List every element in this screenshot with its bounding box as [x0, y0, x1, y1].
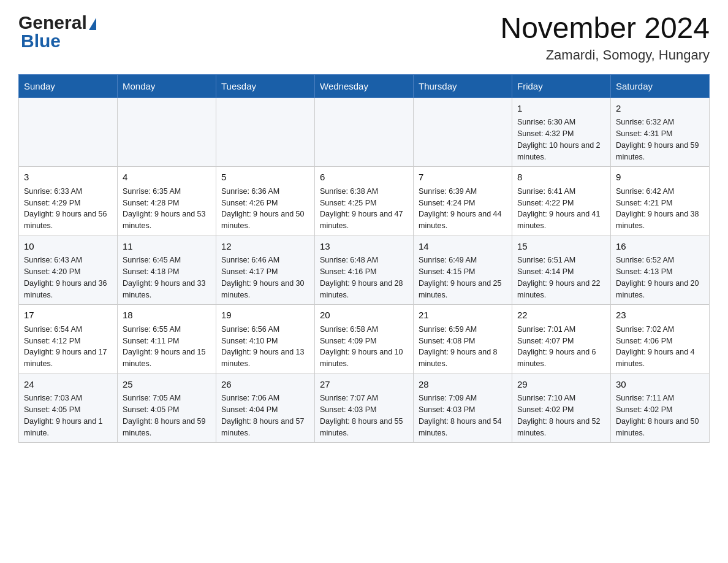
- page-header: General Blue November 2024 Zamardi, Somo…: [18, 12, 710, 63]
- day-number: 24: [24, 378, 112, 392]
- calendar-week-row: 10Sunrise: 6:43 AM Sunset: 4:20 PM Dayli…: [19, 236, 710, 305]
- table-row: 18Sunrise: 6:55 AM Sunset: 4:11 PM Dayli…: [118, 305, 216, 374]
- day-number: 13: [320, 240, 408, 254]
- logo-blue-text: Blue: [18, 31, 61, 52]
- col-thursday: Thursday: [414, 74, 512, 98]
- table-row: [216, 98, 315, 167]
- calendar-week-row: 1Sunrise: 6:30 AM Sunset: 4:32 PM Daylig…: [19, 98, 710, 167]
- table-row: 26Sunrise: 7:06 AM Sunset: 4:04 PM Dayli…: [216, 373, 315, 443]
- day-number: 11: [123, 240, 211, 254]
- title-section: November 2024 Zamardi, Somogy, Hungary: [500, 12, 710, 63]
- table-row: 19Sunrise: 6:56 AM Sunset: 4:10 PM Dayli…: [216, 305, 315, 374]
- day-number: 30: [616, 378, 704, 392]
- table-row: 10Sunrise: 6:43 AM Sunset: 4:20 PM Dayli…: [19, 236, 118, 305]
- day-number: 15: [517, 240, 605, 254]
- day-info: Sunrise: 6:49 AM Sunset: 4:15 PM Dayligh…: [419, 255, 507, 301]
- day-info: Sunrise: 7:09 AM Sunset: 4:03 PM Dayligh…: [419, 393, 507, 439]
- day-number: 27: [320, 378, 408, 392]
- day-number: 5: [221, 170, 309, 185]
- table-row: 9Sunrise: 6:42 AM Sunset: 4:21 PM Daylig…: [611, 167, 710, 236]
- day-info: Sunrise: 7:11 AM Sunset: 4:02 PM Dayligh…: [616, 393, 704, 439]
- table-row: 3Sunrise: 6:33 AM Sunset: 4:29 PM Daylig…: [19, 167, 118, 236]
- day-number: 12: [221, 240, 309, 254]
- table-row: 8Sunrise: 6:41 AM Sunset: 4:22 PM Daylig…: [512, 167, 611, 236]
- day-number: 1: [517, 102, 605, 116]
- table-row: [414, 98, 512, 167]
- table-row: 28Sunrise: 7:09 AM Sunset: 4:03 PM Dayli…: [414, 373, 512, 443]
- table-row: 25Sunrise: 7:05 AM Sunset: 4:05 PM Dayli…: [118, 373, 216, 443]
- day-number: 21: [419, 308, 507, 323]
- day-info: Sunrise: 6:55 AM Sunset: 4:11 PM Dayligh…: [123, 324, 211, 370]
- day-number: 26: [221, 378, 309, 392]
- table-row: 11Sunrise: 6:45 AM Sunset: 4:18 PM Dayli…: [118, 236, 216, 305]
- col-monday: Monday: [118, 74, 216, 98]
- day-info: Sunrise: 6:51 AM Sunset: 4:14 PM Dayligh…: [517, 255, 605, 301]
- table-row: 24Sunrise: 7:03 AM Sunset: 4:05 PM Dayli…: [19, 373, 118, 443]
- table-row: 30Sunrise: 7:11 AM Sunset: 4:02 PM Dayli…: [611, 373, 710, 443]
- day-info: Sunrise: 6:36 AM Sunset: 4:26 PM Dayligh…: [221, 186, 309, 232]
- table-row: 14Sunrise: 6:49 AM Sunset: 4:15 PM Dayli…: [414, 236, 512, 305]
- day-number: 22: [517, 308, 605, 323]
- day-info: Sunrise: 6:59 AM Sunset: 4:08 PM Dayligh…: [419, 324, 507, 370]
- table-row: 22Sunrise: 7:01 AM Sunset: 4:07 PM Dayli…: [512, 305, 611, 374]
- table-row: 27Sunrise: 7:07 AM Sunset: 4:03 PM Dayli…: [315, 373, 414, 443]
- day-number: 4: [123, 170, 211, 185]
- calendar-week-row: 3Sunrise: 6:33 AM Sunset: 4:29 PM Daylig…: [19, 167, 710, 236]
- day-number: 14: [419, 240, 507, 254]
- calendar-week-row: 24Sunrise: 7:03 AM Sunset: 4:05 PM Dayli…: [19, 373, 710, 443]
- logo-general-text: General: [18, 12, 87, 33]
- day-info: Sunrise: 6:48 AM Sunset: 4:16 PM Dayligh…: [320, 255, 408, 301]
- day-info: Sunrise: 6:41 AM Sunset: 4:22 PM Dayligh…: [517, 186, 605, 232]
- day-info: Sunrise: 7:01 AM Sunset: 4:07 PM Dayligh…: [517, 324, 605, 370]
- day-info: Sunrise: 6:56 AM Sunset: 4:10 PM Dayligh…: [221, 324, 309, 370]
- day-info: Sunrise: 7:02 AM Sunset: 4:06 PM Dayligh…: [616, 324, 704, 370]
- table-row: [19, 98, 118, 167]
- day-info: Sunrise: 6:45 AM Sunset: 4:18 PM Dayligh…: [123, 255, 211, 301]
- day-number: 6: [320, 170, 408, 185]
- day-number: 29: [517, 378, 605, 392]
- day-info: Sunrise: 7:05 AM Sunset: 4:05 PM Dayligh…: [123, 393, 211, 439]
- table-row: 2Sunrise: 6:32 AM Sunset: 4:31 PM Daylig…: [611, 98, 710, 167]
- table-row: 4Sunrise: 6:35 AM Sunset: 4:28 PM Daylig…: [118, 167, 216, 236]
- table-row: 17Sunrise: 6:54 AM Sunset: 4:12 PM Dayli…: [19, 305, 118, 374]
- day-info: Sunrise: 6:54 AM Sunset: 4:12 PM Dayligh…: [24, 324, 112, 370]
- day-number: 28: [419, 378, 507, 392]
- day-info: Sunrise: 7:03 AM Sunset: 4:05 PM Dayligh…: [24, 393, 112, 439]
- day-info: Sunrise: 6:38 AM Sunset: 4:25 PM Dayligh…: [320, 186, 408, 232]
- table-row: 5Sunrise: 6:36 AM Sunset: 4:26 PM Daylig…: [216, 167, 315, 236]
- calendar-table: Sunday Monday Tuesday Wednesday Thursday…: [18, 74, 710, 443]
- table-row: [315, 98, 414, 167]
- day-info: Sunrise: 6:30 AM Sunset: 4:32 PM Dayligh…: [517, 117, 605, 163]
- day-number: 18: [123, 308, 211, 323]
- day-info: Sunrise: 7:07 AM Sunset: 4:03 PM Dayligh…: [320, 393, 408, 439]
- col-sunday: Sunday: [19, 74, 118, 98]
- day-number: 20: [320, 308, 408, 323]
- calendar-header-row: Sunday Monday Tuesday Wednesday Thursday…: [19, 74, 710, 98]
- table-row: 12Sunrise: 6:46 AM Sunset: 4:17 PM Dayli…: [216, 236, 315, 305]
- day-number: 17: [24, 308, 112, 323]
- col-tuesday: Tuesday: [216, 74, 315, 98]
- table-row: 20Sunrise: 6:58 AM Sunset: 4:09 PM Dayli…: [315, 305, 414, 374]
- table-row: 16Sunrise: 6:52 AM Sunset: 4:13 PM Dayli…: [611, 236, 710, 305]
- col-saturday: Saturday: [611, 74, 710, 98]
- table-row: 21Sunrise: 6:59 AM Sunset: 4:08 PM Dayli…: [414, 305, 512, 374]
- col-friday: Friday: [512, 74, 611, 98]
- day-info: Sunrise: 6:39 AM Sunset: 4:24 PM Dayligh…: [419, 186, 507, 232]
- table-row: [118, 98, 216, 167]
- table-row: 15Sunrise: 6:51 AM Sunset: 4:14 PM Dayli…: [512, 236, 611, 305]
- table-row: 7Sunrise: 6:39 AM Sunset: 4:24 PM Daylig…: [414, 167, 512, 236]
- logo: General Blue: [18, 12, 96, 52]
- day-number: 8: [517, 170, 605, 185]
- day-number: 10: [24, 240, 112, 254]
- table-row: 13Sunrise: 6:48 AM Sunset: 4:16 PM Dayli…: [315, 236, 414, 305]
- day-info: Sunrise: 7:10 AM Sunset: 4:02 PM Dayligh…: [517, 393, 605, 439]
- day-number: 19: [221, 308, 309, 323]
- day-info: Sunrise: 6:35 AM Sunset: 4:28 PM Dayligh…: [123, 186, 211, 232]
- location-subtitle: Zamardi, Somogy, Hungary: [500, 47, 710, 63]
- day-info: Sunrise: 6:52 AM Sunset: 4:13 PM Dayligh…: [616, 255, 704, 301]
- col-wednesday: Wednesday: [315, 74, 414, 98]
- month-year-title: November 2024: [500, 12, 710, 45]
- day-number: 25: [123, 378, 211, 392]
- day-info: Sunrise: 7:06 AM Sunset: 4:04 PM Dayligh…: [221, 393, 309, 439]
- day-info: Sunrise: 6:58 AM Sunset: 4:09 PM Dayligh…: [320, 324, 408, 370]
